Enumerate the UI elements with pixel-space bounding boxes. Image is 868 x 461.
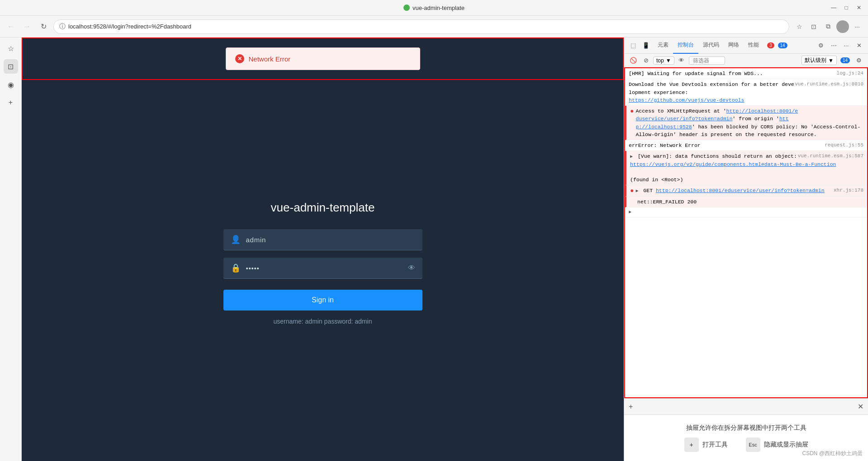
signin-button[interactable]: Sign in bbox=[223, 290, 422, 310]
plus-icon[interactable]: + bbox=[629, 403, 633, 411]
drawer-tool-open: + 打开工具 bbox=[684, 437, 728, 452]
url-text: localhost:9528/#/login?redirect=%2Fdashb… bbox=[68, 23, 191, 30]
dt-filter-icon[interactable]: ⊘ bbox=[640, 55, 651, 66]
dt-close-icon[interactable]: ✕ bbox=[854, 40, 864, 51]
drawer-close-icon[interactable]: ✕ bbox=[858, 402, 863, 411]
tab-performance[interactable]: 性能 bbox=[744, 38, 764, 54]
dt-settings2-icon[interactable]: ⚙ bbox=[854, 55, 864, 66]
profile-avatar[interactable] bbox=[836, 20, 849, 33]
login-container: vue-admin-template 👤 🔒 👁 Sign in usernam… bbox=[22, 38, 624, 461]
sidebar-collections-btn[interactable]: ⊡ bbox=[4, 59, 18, 74]
collections-icon[interactable]: ⊡ bbox=[807, 20, 820, 33]
forward-button[interactable]: → bbox=[21, 20, 33, 33]
console-text-vuewarn1: ▶ [Vue warn]: data functions should retu… bbox=[630, 152, 798, 160]
login-hint: username: admin password: admin bbox=[274, 318, 372, 325]
toolbar-actions: ☆ ⊡ ⧉ ··· bbox=[793, 20, 863, 33]
console-text-devtools1: Download the Vue Devtools extension for … bbox=[629, 80, 795, 96]
console-line-neterr: net::ERR_FAILED 200 bbox=[625, 197, 867, 207]
refresh-button[interactable]: ↻ bbox=[37, 20, 50, 33]
info-icon: ⓘ bbox=[59, 23, 66, 31]
devtools-tabs: 元素 控制台 源代码 网络 性能 bbox=[653, 38, 764, 54]
expand-arrow-get[interactable]: ▶ bbox=[636, 188, 638, 193]
vuewarn-link[interactable]: https://vuejs.org/v2/guide/components.ht… bbox=[630, 160, 836, 168]
error-banner-container: ✕ Network Error bbox=[22, 38, 624, 80]
console-loc-vuewarn[interactable]: vue.runtime.esm.js:587 bbox=[798, 152, 863, 160]
tab-sources[interactable]: 源代码 bbox=[698, 38, 724, 54]
close-button[interactable]: ✕ bbox=[854, 3, 863, 12]
console-loc-hmr[interactable]: log.js:24 bbox=[837, 70, 863, 77]
dt-device-icon[interactable]: 📱 bbox=[640, 40, 651, 51]
dt-inspect-icon[interactable]: ⬚ bbox=[628, 40, 639, 51]
dt-more-icon[interactable]: ··· bbox=[841, 40, 852, 51]
username-input[interactable] bbox=[246, 236, 415, 244]
level-badge: 14 bbox=[840, 57, 850, 63]
console-text-errerror: errError: Network Error bbox=[629, 141, 825, 149]
drawer-header: + ✕ bbox=[624, 399, 868, 415]
browser-sidebar: ☆ ⊡ ◉ + bbox=[0, 38, 22, 461]
drawer-tool-hide: Esc 隐藏或显示抽屉 bbox=[746, 437, 808, 452]
open-tool-icon[interactable]: + bbox=[684, 437, 699, 452]
menu-icon[interactable]: ··· bbox=[851, 20, 863, 33]
console-line-cors: ● Access to XMLHttpRequest at 'http://lo… bbox=[625, 106, 867, 140]
level-arrow: ▼ bbox=[828, 57, 834, 64]
console-loc-errerror[interactable]: request.js:55 bbox=[825, 141, 863, 149]
devtools-panel: ⬚ 📱 元素 控制台 源代码 网络 性能 3 14 ⚙ ⋯ ··· ✕ 🚫 ⊘ … bbox=[624, 38, 868, 461]
console-text-geterror: ▶ GET http://localhost:8001/eduservice/u… bbox=[636, 187, 834, 194]
console-line-devtools: Download the Vue Devtools extension for … bbox=[625, 79, 867, 106]
filter-input[interactable] bbox=[689, 56, 725, 65]
info-badge: 14 bbox=[778, 42, 787, 48]
get-url-link[interactable]: http://localhost:8001/eduservice/user/in… bbox=[656, 188, 825, 193]
level-label: 默认级别 bbox=[805, 56, 826, 64]
browser-title: vue-admin-template bbox=[403, 5, 465, 11]
dt-clear-icon[interactable]: 🚫 bbox=[628, 55, 639, 66]
address-bar[interactable]: ⓘ localhost:9528/#/login?redirect=%2Fdas… bbox=[53, 19, 789, 34]
extensions-icon[interactable]: ⧉ bbox=[822, 20, 835, 33]
dt-eye-icon[interactable]: 👁 bbox=[676, 55, 687, 66]
dt-remote-icon[interactable]: ⋯ bbox=[828, 40, 839, 51]
window-controls: — □ ✕ bbox=[829, 3, 863, 12]
page-content: ✕ Network Error vue-admin-template 👤 🔒 👁… bbox=[22, 38, 624, 461]
tab-console[interactable]: 控制台 bbox=[673, 38, 698, 54]
console-text-vuewarn2 bbox=[630, 168, 633, 176]
maximize-button[interactable]: □ bbox=[842, 3, 851, 12]
console-line-expand: ► bbox=[625, 207, 867, 217]
browser-titlebar: vue-admin-template — □ ✕ bbox=[0, 0, 868, 16]
tab-network[interactable]: 网络 bbox=[724, 38, 744, 54]
expand-main-arrow[interactable]: ► bbox=[629, 209, 631, 216]
console-line-hmr: [HMR] Waiting for update signal from WDS… bbox=[625, 68, 867, 79]
level-selector[interactable]: 默认级别 ▼ bbox=[802, 56, 837, 65]
sidebar-history-btn[interactable]: ◉ bbox=[4, 77, 18, 92]
hide-tool-icon[interactable]: Esc bbox=[746, 437, 760, 452]
error-banner: ✕ Network Error bbox=[226, 47, 420, 70]
password-input[interactable] bbox=[246, 264, 403, 272]
login-title: vue-admin-template bbox=[271, 201, 375, 215]
expand-arrow-vuewarn[interactable]: ▶ bbox=[630, 154, 633, 159]
sidebar-favorites-btn[interactable]: ☆ bbox=[4, 41, 18, 56]
error-text: Network Error bbox=[249, 55, 291, 63]
minimize-button[interactable]: — bbox=[829, 3, 838, 12]
back-button[interactable]: ← bbox=[5, 20, 17, 33]
dt-settings-icon[interactable]: ⚙ bbox=[816, 40, 826, 51]
devtools-toolbar: 🚫 ⊘ top ▼ 👁 默认级别 ▼ 14 ⚙ bbox=[624, 54, 868, 67]
open-tool-label: 打开工具 bbox=[702, 441, 728, 449]
console-text-cors: Access to XMLHttpRequest at 'http://loca… bbox=[636, 107, 863, 138]
user-icon: 👤 bbox=[231, 235, 241, 245]
context-arrow: ▼ bbox=[666, 57, 671, 64]
context-selector[interactable]: top ▼ bbox=[653, 56, 674, 65]
toggle-password-icon[interactable]: 👁 bbox=[408, 264, 415, 272]
console-line-vuewarn: ▶ [Vue warn]: data functions should retu… bbox=[625, 151, 867, 185]
star-icon[interactable]: ☆ bbox=[793, 20, 806, 33]
sidebar-add-btn[interactable]: + bbox=[4, 95, 18, 110]
tab-elements[interactable]: 元素 bbox=[653, 38, 673, 54]
console-text-neterr: net::ERR_FAILED 200 bbox=[637, 198, 863, 206]
drawer-description: 抽屉允许你在拆分屏幕视图中打开两个工具 bbox=[633, 424, 859, 432]
console-line-errerror: errError: Network Error request.js:55 bbox=[625, 140, 867, 151]
console-loc-devtools[interactable]: vue.runtime.esm.js:8010 bbox=[795, 80, 863, 96]
error-dot-icon: ● bbox=[630, 108, 634, 114]
console-loc-geterror[interactable]: xhr.js:178 bbox=[834, 187, 863, 194]
console-text-vuewarn3: (found in <Root>) bbox=[630, 176, 683, 183]
console-link-devtools[interactable]: https://github.com/vuejs/vue-devtools bbox=[629, 96, 744, 104]
cors-url-link[interactable]: http://localhost:8001/eduservice/user/in… bbox=[636, 108, 798, 122]
lock-icon: 🔒 bbox=[231, 263, 241, 273]
main-layout: ☆ ⊡ ◉ + ✕ Network Error vue-admin-templa… bbox=[0, 38, 868, 461]
